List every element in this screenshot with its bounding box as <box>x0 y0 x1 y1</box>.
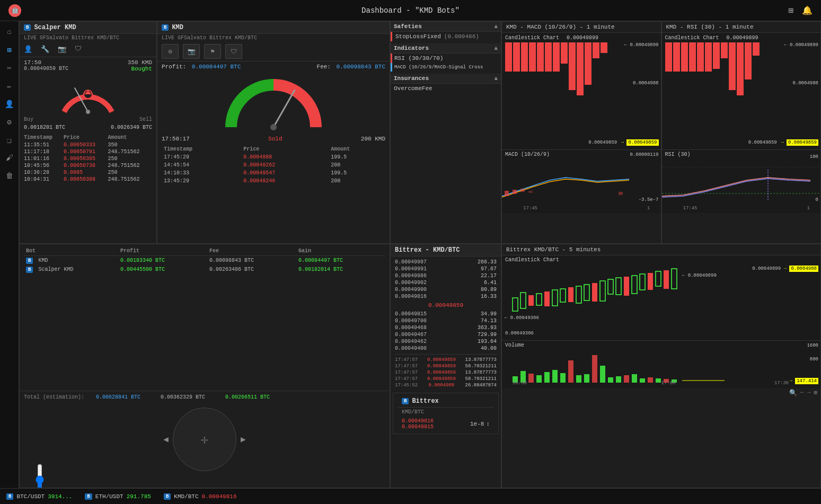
svg-rect-52 <box>640 378 645 383</box>
macd-time1: 17:45 <box>523 206 537 211</box>
scalper-btc: 0.00049859 BTC <box>24 66 68 72</box>
svg-rect-19 <box>560 289 566 302</box>
zoom-slider[interactable] <box>36 464 44 488</box>
sidebar-item-dashboard[interactable]: ⊞ <box>3 43 16 56</box>
svg-rect-20 <box>568 287 573 302</box>
sidebar-item-home[interactable]: ⌂ <box>3 25 16 38</box>
eth-value: 291.785 <box>127 493 151 500</box>
kmd-sell-time: 17:50:17 <box>162 136 190 142</box>
kmd-tool-settings[interactable]: ⚙ <box>162 44 179 59</box>
macd-candlestick-label: Candlestick Chart 0.00049899 <box>505 35 598 41</box>
insurances-collapse[interactable]: ▲ <box>494 75 498 82</box>
sidebar-item-layers[interactable]: ❑ <box>3 134 16 146</box>
sidebar-item-edit[interactable]: ✏ <box>3 79 16 92</box>
nav-right[interactable]: ▶ <box>241 434 246 445</box>
safeties-collapse[interactable]: ▲ <box>494 23 498 30</box>
nav-circle[interactable]: ✛ <box>173 408 236 471</box>
sidebar-item-user[interactable]: 👤 <box>3 98 16 110</box>
orderbook-title: Bittrex - KMD/BTC <box>395 246 460 254</box>
monitor-icon[interactable]: ⊞ <box>788 5 793 16</box>
orderbook-bid-row: 0.0004981534.99 <box>395 311 497 317</box>
shield-icon[interactable]: 🛡 <box>75 45 82 54</box>
wrench-icon[interactable]: 🔧 <box>41 45 49 54</box>
eth-label: ETH/USDT <box>95 493 123 500</box>
profit-label: Profit: <box>162 64 186 70</box>
ask-price: 0.00049991 <box>395 266 427 272</box>
camera-icon[interactable]: 📷 <box>58 45 66 54</box>
trade-price: 0.00049859 <box>427 357 456 362</box>
exchange-pair: KMD/BTC <box>398 408 494 417</box>
trade-time: 17:45:29 <box>162 153 241 161</box>
user-icon[interactable]: 👤 <box>24 45 32 54</box>
svg-rect-7 <box>520 189 525 192</box>
vol-time1: 16:30 <box>513 381 527 386</box>
fee-label: Fee: <box>317 64 331 70</box>
arrow-right-icon[interactable]: → <box>807 389 811 397</box>
svg-rect-14 <box>520 293 526 308</box>
zoom-reset-icon[interactable]: ⊞ <box>814 389 817 397</box>
sidebar-item-tools[interactable]: ✂ <box>3 61 16 74</box>
sidebar-item-brush[interactable]: 🖌 <box>3 152 16 164</box>
svg-rect-51 <box>632 374 637 383</box>
table-row: B Scalper KMD 0.00445500 BTC 0.00263486 … <box>24 265 385 274</box>
col-bot: Bot <box>24 246 118 256</box>
macd-sub-svg <box>502 159 661 201</box>
btc-badge: B <box>6 493 13 500</box>
trade-amount: 248.751562 <box>108 162 152 169</box>
kmd-panel: B KMD LIVE GFSalvato Bittrex KMD/BTC ⚙ 📷… <box>157 21 390 244</box>
kmd-label: KMD/BTC <box>174 493 198 500</box>
trade-amount: 248.751562 <box>108 148 152 155</box>
kmd-badge-status: B <box>164 493 171 500</box>
trade-time: 17:47:57 <box>395 376 418 382</box>
trade-amount: 58.70321211 <box>465 376 497 382</box>
nav-left[interactable]: ◀ <box>163 434 169 445</box>
macd-price-current: 0.00049859 → 0.00049859 <box>588 140 658 145</box>
trade-time: 14:45:54 <box>162 161 241 169</box>
total-gain: 0.00266511 BTC <box>225 394 270 400</box>
table-row: 10:36:28 0.0005 250 <box>24 169 152 176</box>
scalper-panel: B Scalper KMD LIVE GFSalvato Bittrex KMD… <box>19 21 157 244</box>
svg-rect-32 <box>664 270 669 289</box>
candle-bar <box>665 42 672 72</box>
profit-value: 0.00084497 BTC <box>192 64 241 70</box>
svg-rect-24 <box>600 281 605 301</box>
bell-icon[interactable]: 🔔 <box>802 5 813 16</box>
kmd-col-ts: Timestamp <box>162 145 241 153</box>
svg-rect-33 <box>672 269 677 289</box>
arrow-left-icon[interactable]: ← <box>800 389 804 397</box>
svg-rect-50 <box>624 375 629 383</box>
col-timestamp: Timestamp <box>24 134 64 142</box>
vertical-slider[interactable] <box>20 475 390 488</box>
vol-current: → 147.414 <box>789 378 818 384</box>
svg-rect-22 <box>584 285 589 300</box>
nav-control[interactable]: ◀ ✛ ▶ <box>20 403 390 475</box>
bot-fee: 0.00098843 BTC <box>207 256 296 266</box>
btc-value: 3914... <box>48 493 72 500</box>
candle-bar <box>705 42 712 72</box>
zoom-out-icon[interactable]: 🔍 <box>789 389 797 397</box>
kmd-tool-shield[interactable]: 🛡 <box>225 44 242 59</box>
safeties-header: Safeties ▲ <box>391 22 501 32</box>
kmd-header: B KMD <box>157 22 390 34</box>
ask-price: 0.00049816 <box>395 294 427 299</box>
bid-price: 0.00049815 <box>395 311 427 317</box>
trade-price: 0.00049246 <box>241 177 329 185</box>
orderbook-bid-row: 0.00049467729.99 <box>395 331 497 338</box>
volume-label: Volume <box>502 341 820 350</box>
svg-rect-5 <box>505 191 509 196</box>
sidebar-item-settings[interactable]: ⚙ <box>3 116 16 128</box>
rsi-label: RSI (30/30/70) <box>394 55 443 61</box>
kmd-tool-flag[interactable]: ⚑ <box>204 44 221 59</box>
kmd-gauge-area <box>157 72 390 135</box>
total-fee: 0.00362329 BTC <box>161 394 205 400</box>
kmd-tool-camera[interactable]: 📷 <box>183 44 200 59</box>
trade-price: 0.00049859 <box>427 364 456 369</box>
bid-amount: 34.99 <box>481 311 497 317</box>
orderbook-content: 0.00049997266.330.0004999197.670.0004998… <box>391 257 501 391</box>
sidebar-item-trash[interactable]: 🗑 <box>3 170 16 182</box>
safeties-panel: Safeties ▲ StopLossFixed (0.000486) Indi… <box>390 21 501 244</box>
table-row: 14:10:33 0.00049547 199.5 <box>162 169 385 177</box>
indicators-collapse[interactable]: ▲ <box>494 45 498 51</box>
candle-bar <box>577 42 584 95</box>
trade-amount: 13.87877773 <box>465 370 497 375</box>
